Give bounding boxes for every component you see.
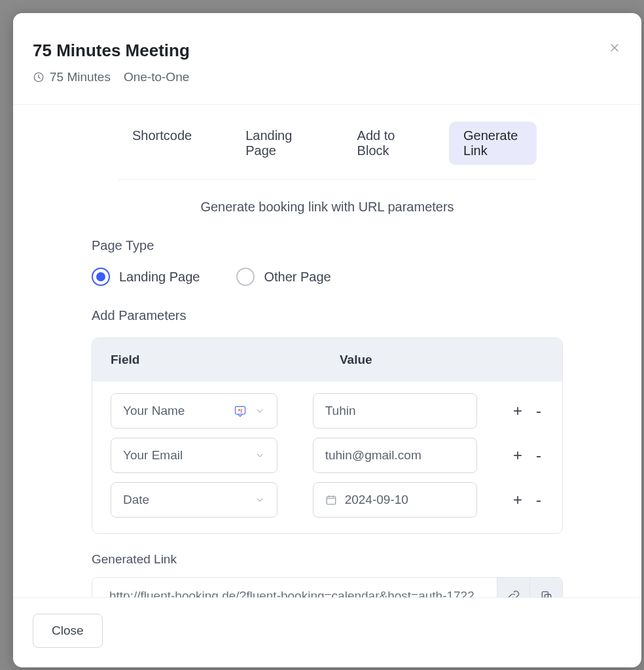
radio-landing-page[interactable]: Landing Page [92,268,200,286]
radio-icon [236,268,255,286]
field-select[interactable]: Date [111,482,277,518]
radio-other-page[interactable]: Other Page [236,268,331,286]
remove-row-button[interactable]: - [533,402,544,420]
table-body: Your Name *! Tuhin [92,381,562,533]
duration-meta: 75 Minutes [33,70,111,84]
remove-row-button[interactable]: - [533,491,544,509]
copy-icon [540,590,553,597]
row-controls: + - [512,446,544,465]
input-value: Tuhin [325,404,356,418]
add-row-button[interactable]: + [512,491,523,509]
modal-footer: Close [13,597,641,667]
tab-landing-page[interactable]: Landing Page [231,122,317,165]
select-value: Date [123,493,149,507]
input-value: tuhin@gmail.com [325,448,421,463]
radio-label: Landing Page [119,270,200,285]
page-title: 75 Minutes Meeting [33,41,622,61]
remove-row-button[interactable]: - [533,446,544,465]
radio-icon [92,268,110,286]
generated-link-input[interactable] [92,578,497,597]
select-value: Your Email [123,448,183,463]
tab-shortcode[interactable]: Shortcode [118,122,206,165]
table-row: Your Name *! Tuhin [92,384,562,429]
chevron-down-icon [255,406,265,416]
add-row-button[interactable]: + [512,402,523,420]
svg-text:*!: *! [238,408,242,414]
table-row: Your Email tuhin@gmail.com + - [92,429,562,473]
copy-link-button[interactable] [529,578,562,597]
value-input[interactable]: tuhin@gmail.com [313,438,477,473]
meeting-meta: 75 Minutes One-to-One [33,70,622,84]
tab-generate-link[interactable]: Generate Link [449,122,537,165]
th-field: Field [111,353,340,367]
table-row: Date 2024-09-10 + [92,473,562,518]
field-select[interactable]: Your Email [111,438,277,473]
generated-link-row [92,577,563,597]
clock-icon [33,71,45,83]
add-parameters-label: Add Parameters [92,308,563,323]
tabs: Shortcode Landing Page Add to Block Gene… [118,105,537,180]
modal: 75 Minutes Meeting 75 Minutes One-to-One… [13,13,641,667]
radio-label: Other Page [264,270,331,285]
add-row-button[interactable]: + [512,446,523,465]
tab-add-to-block[interactable]: Add to Block [343,122,424,165]
link-icon [507,590,520,597]
value-input[interactable]: Tuhin [313,393,477,429]
svg-rect-3 [327,497,336,504]
page-type-radios: Landing Page Other Page [92,268,563,286]
select-value: Your Name [123,404,185,418]
date-input[interactable]: 2024-09-10 [313,482,477,518]
modal-body: Generate booking link with URL parameter… [13,180,641,597]
table-header: Field Value [92,338,562,381]
duration-text: 75 Minutes [50,70,111,84]
extension-icon: *! [234,404,247,417]
generated-link-label: Generated Link [92,552,563,567]
close-icon[interactable] [609,42,620,54]
parameters-table: Field Value Your Name *! [92,338,563,534]
calendar-icon [325,494,337,506]
page-type-label: Page Type [92,238,563,253]
row-controls: + - [512,402,544,420]
th-value: Value [340,353,544,367]
modal-header: 75 Minutes Meeting 75 Minutes One-to-One [13,13,641,105]
input-value: 2024-09-10 [345,493,408,507]
field-select[interactable]: Your Name *! [111,393,277,429]
close-button[interactable]: Close [33,614,103,648]
subtitle: Generate booking link with URL parameter… [92,200,563,215]
meeting-type: One-to-One [124,70,189,84]
row-controls: + - [512,491,544,509]
chevron-down-icon [255,495,265,505]
chevron-down-icon [255,450,265,461]
open-link-button[interactable] [497,578,529,597]
